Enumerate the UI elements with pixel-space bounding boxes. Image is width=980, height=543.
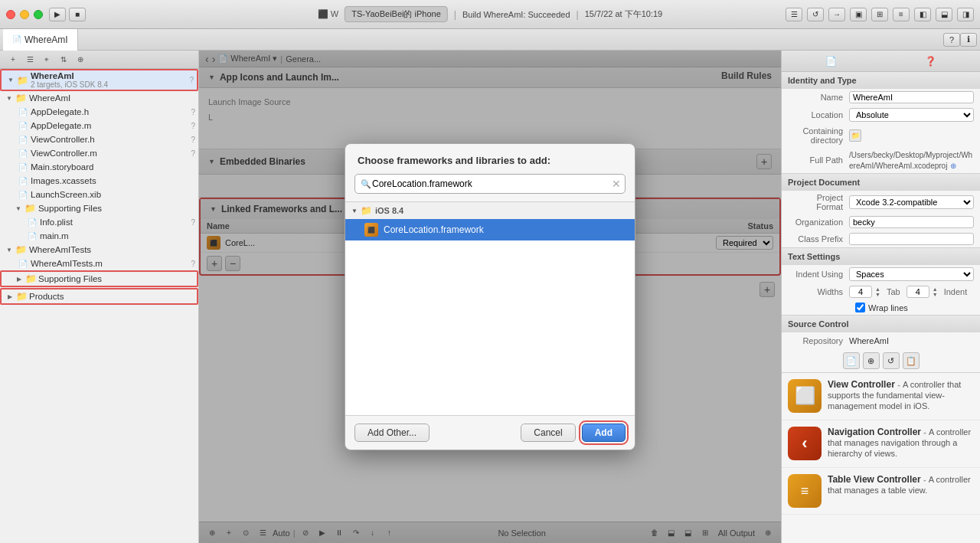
project-document-header[interactable]: Project Document	[782, 174, 980, 191]
modal-item-corelocation[interactable]: ⬛ CoreLocation.framework	[345, 219, 635, 240]
location-select[interactable]: Absolute Relative	[849, 108, 974, 122]
sidebar-btn-1[interactable]: +	[6, 53, 20, 67]
file-icon: 📄	[17, 175, 29, 187]
class-prefix-input[interactable]	[849, 233, 974, 245]
repository-row: Repository WhereAmI	[782, 332, 980, 349]
sidebar-header: + ☰ ⌖ ⇅ ⊕	[0, 51, 198, 69]
add-button[interactable]: Add	[582, 424, 626, 442]
editor-version[interactable]: ≡	[893, 8, 910, 21]
nav-controller-img: ‹	[788, 427, 822, 460]
sidebar-item-viewcontroller-h[interactable]: 📄 ViewController.h ?	[0, 132, 198, 146]
sidebar-item-appdelegate-h[interactable]: 📄 AppDelegate.h ?	[0, 105, 198, 119]
containing-row: Containing directory 📁	[782, 124, 980, 147]
sidebar-item-tests-m[interactable]: 📄 WhereAmITests.m ?	[0, 257, 198, 270]
sidebar-btn-2[interactable]: ☰	[23, 53, 37, 67]
sc-btn-4[interactable]: 📋	[903, 352, 920, 369]
layout-btn-3[interactable]: →	[828, 8, 845, 21]
sidebar-item-tests[interactable]: ▼ 📁 WhereAmITests	[0, 243, 198, 257]
navigator-toggle[interactable]: ◧	[914, 8, 931, 21]
sc-btn-2[interactable]: ⊕	[863, 352, 880, 369]
sidebar-item-main-m[interactable]: 📄 main.m	[0, 229, 198, 243]
sidebar-item-supporting-files-2[interactable]: ▶ 📁 Supporting Files	[0, 270, 198, 287]
framework-icon: ⬛	[364, 222, 379, 237]
group-folder-icon: 📁	[15, 92, 28, 104]
file-icon: 📄	[17, 188, 29, 201]
sidebar-item-appdelegate-m[interactable]: 📄 AppDelegate.m ?	[0, 119, 198, 132]
scheme-selector: ⬛ W	[318, 9, 338, 19]
modal-list: ▼ 📁 iOS 8.4 ⬛ CoreLocation.framework	[345, 201, 635, 416]
identity-type-header[interactable]: Identity and Type	[782, 72, 980, 89]
fullpath-area: /Users/becky/Desktop/Myproject/WhereAmI/…	[849, 149, 974, 171]
tab-down-arrow[interactable]: ▼	[875, 292, 880, 297]
org-input[interactable]	[849, 216, 974, 228]
sidebar-recent[interactable]: ⊕	[74, 53, 87, 67]
sidebar-item-launchscreen-xib[interactable]: 📄 LaunchScreen.xib	[0, 188, 198, 201]
modal-group-ios84[interactable]: ▼ 📁 iOS 8.4	[345, 202, 635, 219]
indent-up-arrow[interactable]: ▲	[933, 286, 938, 292]
layout-btn-2[interactable]: ↺	[807, 8, 824, 21]
sc-btn-1[interactable]: 📄	[843, 352, 860, 369]
search-clear-btn[interactable]: ✕	[612, 178, 621, 190]
stop-button[interactable]: ■	[69, 8, 86, 21]
reveal-btn[interactable]: ⊕	[950, 162, 956, 170]
widths-row: Widths ▲ ▼ Tab ▲ ▼	[782, 283, 980, 300]
help-btn[interactable]: ?	[943, 33, 960, 47]
titlebar-right: ☰ ↺ → ▣ ⊞ ≡ ◧ ⬓ ◨	[786, 8, 974, 21]
identity-type-section: Identity and Type Name Location Absolute…	[782, 72, 980, 174]
framework-search-input[interactable]	[354, 174, 626, 194]
file-label: main.m	[40, 231, 198, 240]
table-controller-item: ≡ Table View Controller - A controller t…	[782, 468, 980, 515]
close-button[interactable]	[6, 10, 15, 19]
device-selector[interactable]: TS-YaoBeiBei的 iPhone	[345, 6, 448, 22]
inspector-file-btn[interactable]: 📄	[821, 53, 842, 70]
file-label: AppDelegate.m	[31, 121, 191, 130]
name-input[interactable]	[849, 91, 974, 103]
sidebar-item-images-xcassets[interactable]: 📄 Images.xcassets	[0, 174, 198, 188]
source-control-header[interactable]: Source Control	[782, 316, 980, 332]
name-row: Name	[782, 89, 980, 106]
sc-btn-3[interactable]: ↺	[883, 352, 900, 369]
inspector-quick-btn[interactable]: ❓	[920, 53, 941, 70]
format-select[interactable]: Xcode 3.2-compatible	[849, 195, 974, 209]
indent-stepper-arrows[interactable]: ▲ ▼	[933, 286, 938, 297]
inspector-btn[interactable]: ℹ	[960, 33, 977, 47]
sidebar-item-supporting-files-1[interactable]: ▼ 📁 Supporting Files	[0, 201, 198, 215]
maximize-button[interactable]	[34, 10, 43, 19]
tab-up-arrow[interactable]: ▲	[875, 286, 880, 292]
editor-standard[interactable]: ▣	[850, 8, 867, 21]
sidebar-item-viewcontroller-m[interactable]: 📄 ViewController.m ?	[0, 146, 198, 160]
file-label: AppDelegate.h	[31, 107, 191, 116]
tab-stepper-arrows[interactable]: ▲ ▼	[875, 286, 880, 297]
project-tab[interactable]: 📄 WhereAmI	[3, 29, 78, 51]
sidebar-item-whereami[interactable]: ▼ 📁 WhereAmI 2 targets, iOS SDK 8.4 ?	[0, 69, 198, 91]
sidebar-filter[interactable]: ⌖	[40, 53, 54, 67]
indent-select[interactable]: Spaces Tabs	[849, 267, 974, 281]
tab-width-input[interactable]	[849, 286, 872, 298]
add-other-button[interactable]: Add Other...	[354, 424, 430, 442]
cancel-button[interactable]: Cancel	[521, 424, 575, 442]
group-triangle: ▼	[351, 208, 358, 214]
editor-assistant[interactable]: ⊞	[871, 8, 888, 21]
folder-icon: 📁	[15, 290, 28, 303]
modal-buttons: Add Other... Cancel Add	[345, 416, 635, 450]
layout-btn-1[interactable]: ☰	[786, 8, 802, 21]
sidebar-item-info-plist[interactable]: 📄 Info.plist ?	[0, 215, 198, 229]
minimize-button[interactable]	[20, 10, 29, 19]
debug-toggle[interactable]: ⬓	[936, 8, 952, 21]
tab-stepper: ▲ ▼ Tab	[849, 286, 900, 298]
indent-down-arrow[interactable]: ▼	[933, 292, 938, 297]
inspector-toggle[interactable]: ◨	[957, 8, 974, 21]
class-prefix-label: Class Prefix	[788, 234, 849, 244]
sidebar-item-products[interactable]: ▶ 📁 Products	[0, 288, 198, 305]
sidebar-item-whereami-group[interactable]: ▼ 📁 WhereAmI	[0, 91, 198, 105]
fullpath-label: Full Path	[788, 155, 849, 165]
sidebar-item-main-storyboard[interactable]: 📄 Main.storyboard	[0, 160, 198, 174]
wrap-lines-checkbox[interactable]	[855, 303, 865, 312]
search-icon: 🔍	[361, 179, 371, 189]
run-button[interactable]: ▶	[49, 8, 66, 21]
containing-btn[interactable]: 📁	[849, 129, 861, 142]
text-settings-header[interactable]: Text Settings	[782, 248, 980, 265]
sidebar-sort[interactable]: ⇅	[57, 53, 70, 67]
indent-width-input[interactable]	[906, 286, 929, 298]
indent-using-row: Indent Using Spaces Tabs	[782, 265, 980, 283]
